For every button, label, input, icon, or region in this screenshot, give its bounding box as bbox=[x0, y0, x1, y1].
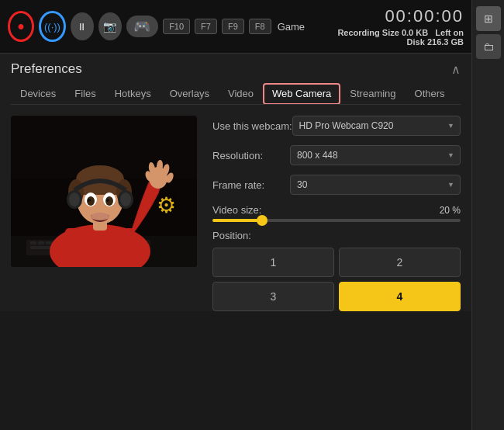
videosize-label-row: Video size: 20 % bbox=[212, 204, 461, 216]
pause-icon: ⏸ bbox=[77, 21, 87, 33]
webcam-label: Use this webcam: bbox=[212, 120, 292, 132]
videosize-row: Video size: 20 % bbox=[212, 204, 461, 222]
webcam-preview: ⚙ bbox=[11, 116, 197, 267]
webcam-content: ⚙ Use this webcam: HD Pro Webcam C920 De… bbox=[0, 105, 471, 311]
webcam-select-row: Use this webcam: HD Pro Webcam C920 Defa… bbox=[212, 116, 461, 136]
svg-point-26 bbox=[69, 192, 80, 206]
left-on-disk-value: 216.3 GB bbox=[427, 37, 464, 47]
webcam-settings-panel: Use this webcam: HD Pro Webcam C920 Defa… bbox=[212, 116, 461, 311]
tab-video[interactable]: Video bbox=[219, 83, 263, 104]
svg-point-38 bbox=[91, 213, 109, 220]
toolbar: ● ((·)) ⏸ 📷 🎮 F10 F7 F9 F8 Game 00:00:00… bbox=[0, 0, 471, 54]
record-icon: ● bbox=[17, 19, 25, 33]
stream-icon: ((·)) bbox=[44, 21, 60, 33]
webcam-image: ⚙ bbox=[11, 116, 197, 267]
framerate-select[interactable]: 30 60 25 15 bbox=[290, 175, 461, 195]
fkey-f10[interactable]: F10 bbox=[163, 19, 190, 34]
fkey-f9[interactable]: F9 bbox=[222, 19, 244, 34]
resolution-select-row: Resolution: 800 x 448 1280 x 720 1920 x … bbox=[212, 145, 461, 165]
pause-button[interactable]: ⏸ bbox=[71, 12, 94, 40]
resolution-select[interactable]: 800 x 448 1280 x 720 1920 x 1080 640 x 4… bbox=[290, 145, 461, 165]
framerate-label: Frame rate: bbox=[212, 179, 290, 191]
tab-overlays[interactable]: Overlays bbox=[161, 83, 219, 104]
timer-display: 00:00:00 bbox=[309, 6, 464, 26]
svg-rect-18 bbox=[65, 228, 135, 267]
tab-streaming[interactable]: Streaming bbox=[340, 83, 405, 104]
svg-rect-5 bbox=[38, 241, 44, 244]
position-grid: 1 2 3 4 bbox=[212, 248, 461, 311]
tab-files[interactable]: Files bbox=[65, 83, 105, 104]
folder-button[interactable]: 🗀 bbox=[476, 34, 501, 59]
tab-webcamera[interactable]: Web Camera bbox=[263, 83, 340, 105]
preferences-title: Preferences bbox=[11, 61, 82, 77]
camera-icon: 📷 bbox=[103, 20, 116, 33]
svg-point-28 bbox=[120, 192, 131, 206]
position-button-2[interactable]: 2 bbox=[339, 248, 461, 277]
folder-icon: 🗀 bbox=[483, 40, 494, 53]
svg-point-33 bbox=[88, 199, 91, 202]
svg-rect-4 bbox=[30, 241, 36, 244]
position-button-1[interactable]: 1 bbox=[212, 248, 334, 277]
recording-size-label: Recording Size bbox=[337, 28, 399, 37]
resolution-control: 800 x 448 1280 x 720 1920 x 1080 640 x 4… bbox=[290, 145, 461, 165]
svg-rect-6 bbox=[46, 241, 52, 244]
tab-others[interactable]: Others bbox=[406, 83, 454, 104]
recording-size-value: 0.0 KB bbox=[402, 28, 428, 37]
videosize-label: Video size: bbox=[212, 204, 261, 216]
record-button[interactable]: ● bbox=[8, 11, 34, 42]
position-section: Position: 1 2 3 4 bbox=[212, 230, 461, 311]
framerate-select-row: Frame rate: 30 60 25 15 bbox=[212, 175, 461, 195]
webcam-select-wrapper: HD Pro Webcam C920 Default Camera Virtua… bbox=[292, 116, 461, 136]
recording-info: Recording Size 0.0 KB Left on Disk 216.3… bbox=[309, 28, 464, 47]
webcam-control: HD Pro Webcam C920 Default Camera Virtua… bbox=[292, 116, 461, 136]
svg-text:⚙: ⚙ bbox=[157, 193, 176, 217]
preferences-header: Preferences ∧ bbox=[11, 61, 461, 77]
preferences-tabs: Devices Files Hotkeys Overlays Video Web… bbox=[11, 83, 461, 105]
webcam-preview-panel: ⚙ bbox=[11, 116, 197, 311]
gamepad-icon: 🎮 bbox=[133, 18, 150, 35]
videosize-value: 20 % bbox=[440, 205, 461, 216]
tab-devices[interactable]: Devices bbox=[11, 83, 65, 104]
main-content: ● ((·)) ⏸ 📷 🎮 F10 F7 F9 F8 Game 00:00:00… bbox=[0, 0, 471, 311]
svg-point-34 bbox=[106, 199, 109, 202]
tab-hotkeys[interactable]: Hotkeys bbox=[105, 83, 161, 104]
video-icon: ⊞ bbox=[484, 12, 493, 25]
collapse-button[interactable]: ∧ bbox=[451, 62, 461, 77]
framerate-select-wrapper: 30 60 25 15 bbox=[290, 175, 461, 195]
position-label: Position: bbox=[212, 230, 461, 241]
game-mode-button[interactable]: 🎮 bbox=[126, 16, 159, 37]
timer-area: 00:00:00 Recording Size 0.0 KB Left on D… bbox=[309, 6, 464, 47]
resolution-label: Resolution: bbox=[212, 150, 290, 161]
videosize-thumb[interactable] bbox=[257, 215, 268, 226]
position-button-3[interactable]: 3 bbox=[212, 282, 334, 311]
preferences-panel: Preferences ∧ Devices Files Hotkeys Over… bbox=[0, 54, 471, 105]
videosize-slider[interactable] bbox=[212, 219, 461, 222]
videosize-fill bbox=[212, 219, 262, 222]
fkey-f7[interactable]: F7 bbox=[195, 19, 217, 34]
resolution-select-wrapper: 800 x 448 1280 x 720 1920 x 1080 640 x 4… bbox=[290, 145, 461, 165]
position-button-4[interactable]: 4 bbox=[339, 282, 461, 311]
fkey-f8[interactable]: F8 bbox=[249, 19, 271, 34]
webcam-select[interactable]: HD Pro Webcam C920 Default Camera Virtua… bbox=[292, 116, 461, 136]
video-panel-button[interactable]: ⊞ bbox=[476, 6, 501, 31]
screenshot-button[interactable]: 📷 bbox=[98, 12, 122, 40]
framerate-control: 30 60 25 15 bbox=[290, 175, 461, 195]
side-panel: ⊞ 🗀 bbox=[471, 0, 504, 430]
mode-label: Game bbox=[278, 21, 305, 33]
stream-button[interactable]: ((·)) bbox=[39, 11, 65, 42]
